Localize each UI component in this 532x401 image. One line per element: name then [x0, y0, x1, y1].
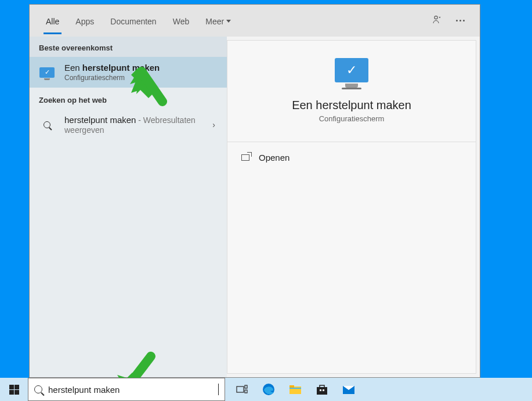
person-icon [432, 15, 442, 27]
svg-rect-7 [237, 386, 244, 392]
open-action[interactable]: Openen [227, 142, 476, 173]
preview-pane: ✓ Een herstelpunt maken Configuratiesche… [227, 40, 476, 374]
tab-more[interactable]: Meer [197, 8, 239, 34]
feedback-icon[interactable] [425, 9, 448, 32]
tab-more-label: Meer [205, 17, 224, 26]
monitor-large-icon: ✓ [335, 58, 368, 82]
search-input[interactable] [48, 385, 212, 395]
open-label: Openen [259, 153, 289, 162]
svg-rect-16 [323, 389, 324, 391]
tab-web[interactable]: Web [165, 8, 198, 34]
web-result-title: herstelpunt maken - Webresultaten weerge… [64, 115, 201, 135]
tab-documents[interactable]: Documenten [102, 8, 164, 34]
chevron-right-icon: › [209, 120, 219, 129]
task-view-button[interactable] [229, 378, 255, 401]
monitor-icon: ✓ [38, 63, 56, 82]
svg-rect-15 [320, 389, 321, 391]
section-best-match: Beste overeenkomst [30, 37, 227, 57]
taskbar-search-box[interactable] [28, 378, 225, 401]
web-result[interactable]: herstelpunt maken - Webresultaten weerge… [30, 109, 227, 140]
tabs-row: Alle Apps Documenten Web Meer [30, 5, 480, 37]
search-icon [34, 385, 42, 393]
preview-title: Een herstelpunt maken [292, 99, 411, 112]
open-icon [241, 154, 249, 161]
panel-body: Beste overeenkomst ✓ Een herstelpunt mak… [30, 37, 480, 377]
edge-icon [262, 382, 276, 396]
caret-down-icon [226, 20, 231, 23]
folder-icon [289, 384, 302, 395]
more-options-button[interactable] [448, 9, 472, 32]
start-button[interactable] [0, 378, 28, 401]
mail-button[interactable] [335, 378, 362, 401]
svg-rect-12 [289, 385, 294, 388]
search-results-panel: Alle Apps Documenten Web Meer Beste over… [29, 4, 480, 378]
tab-all[interactable]: Alle [38, 8, 67, 34]
web-result-text: herstelpunt maken - Webresultaten weerge… [64, 115, 201, 135]
svg-rect-8 [245, 385, 247, 388]
search-icon [38, 115, 56, 134]
results-left-column: Beste overeenkomst ✓ Een herstelpunt mak… [30, 37, 227, 377]
svg-point-0 [435, 16, 437, 19]
preview-hero: ✓ Een herstelpunt maken Configuratiesche… [227, 41, 476, 137]
svg-rect-13 [289, 388, 301, 389]
section-web: Zoeken op het web [30, 88, 227, 109]
result-text: Een herstelpunt maken Configuratiescherm [64, 63, 219, 82]
edge-button[interactable] [255, 378, 282, 401]
task-view-icon [236, 385, 248, 394]
svg-rect-9 [245, 390, 247, 393]
store-icon [316, 384, 328, 395]
svg-rect-14 [317, 387, 327, 395]
result-subtitle: Configuratiescherm [64, 74, 219, 82]
tab-apps[interactable]: Apps [67, 8, 102, 34]
ellipsis-icon [456, 20, 465, 21]
taskbar-icons [229, 378, 362, 401]
mail-icon [342, 384, 355, 395]
result-title: Een herstelpunt maken [64, 63, 219, 73]
file-explorer-button[interactable] [282, 378, 309, 401]
preview-subtitle: Configuratiescherm [319, 114, 385, 123]
taskbar [0, 378, 532, 401]
text-cursor [218, 384, 219, 395]
windows-logo-icon [9, 385, 19, 395]
store-button[interactable] [309, 378, 335, 401]
best-match-result[interactable]: ✓ Een herstelpunt maken Configuratiesche… [30, 57, 227, 88]
